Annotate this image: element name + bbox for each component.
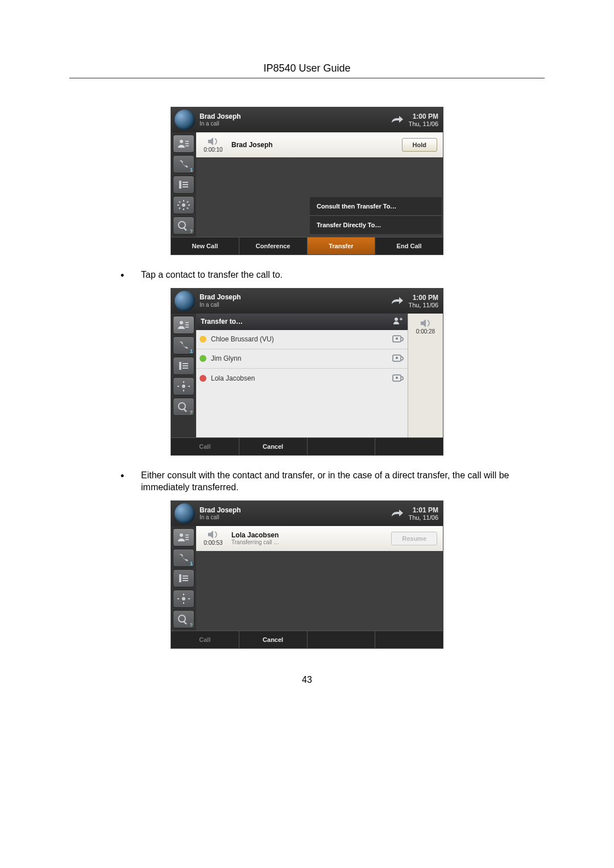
sidebar-help-icon[interactable]: ? [173,398,194,416]
active-call-row[interactable]: 0:00:10 Brad Joseph Hold [196,132,443,157]
speaker-icon [208,531,219,539]
svg-rect-16 [179,207,181,210]
svg-point-8 [182,203,185,207]
transfer-context-menu: Consult then Transfer To… Transfer Direc… [310,197,442,234]
svg-rect-11 [177,205,179,206]
softkey-new-call[interactable]: New Call [171,237,239,254]
contact-item[interactable]: Lola Jacobsen [196,369,408,388]
svg-point-19 [180,321,183,324]
presence-status: In a call [200,302,390,308]
presence-name: Brad Joseph [200,293,390,301]
softkey-conference[interactable]: Conference [239,237,308,254]
sidebar-help-icon[interactable]: ? [173,610,194,628]
voicemail-icon[interactable] [392,334,404,344]
screenshot-transfer-menu: Brad Joseph In a call 1:00 PM Thu, 11/06… [171,107,443,255]
sidebar-voicemail-icon[interactable]: 1 [173,155,194,173]
voicemail-icon[interactable] [392,373,404,383]
call-forward-icon[interactable] [390,295,405,307]
svg-rect-9 [183,200,184,202]
clock: 1:00 PM Thu, 11/06 [408,294,443,308]
sidebar-voicemail-icon[interactable]: 1 [173,336,194,354]
svg-rect-33 [183,408,187,412]
softkey-call[interactable]: Call [171,631,239,648]
contact-item[interactable]: Chloe Brussard (VU) [196,330,408,349]
sidebar-settings-icon[interactable] [173,377,194,395]
softkey-bar: Call Cancel [171,437,443,455]
svg-rect-50 [182,580,188,581]
presence-name: Brad Joseph [200,506,390,514]
svg-rect-7 [182,186,188,187]
speaker-icon [208,137,219,145]
header-rule [69,78,545,78]
sidebar-contacts-icon[interactable] [173,528,194,546]
sidebar: 1 ? [171,314,196,437]
presence-away-icon [200,336,206,343]
presence-name: Brad Joseph [200,112,390,120]
svg-rect-3 [185,145,189,147]
call-forward-icon[interactable] [390,508,405,519]
svg-rect-12 [188,205,190,206]
sidebar-contacts-icon[interactable] [173,135,194,153]
svg-point-27 [182,385,185,388]
sidebar-call-log-icon[interactable] [173,569,194,587]
softkey-cancel[interactable]: Cancel [239,438,308,455]
call-timer: 0:00:53 [196,540,230,546]
clock: 1:01 PM Thu, 11/06 [408,506,443,521]
screenshot-transfer-to-list: Brad Joseph In a call 1:00 PM Thu, 11/06… [171,288,443,456]
voicemail-icon[interactable] [392,353,404,364]
softkey-transfer[interactable]: Transfer [308,237,376,254]
active-call-row[interactable]: 0:00:53 Lola Jacobsen Transferring call … [196,526,443,551]
sidebar: 1 ? [171,132,196,237]
svg-rect-1 [185,141,189,142]
svg-rect-49 [182,578,188,579]
status-bar: Brad Joseph In a call 1:00 PM Thu, 11/06 [171,289,443,314]
svg-rect-13 [179,201,181,203]
instruction-bullet-2: Either consult with the contact and tran… [121,469,541,494]
call-forward-icon[interactable] [390,114,405,126]
sidebar-help-icon[interactable]: ? [173,216,194,235]
softkey-blank [375,438,443,455]
sidebar-voicemail-icon[interactable]: 1 [173,549,194,567]
add-contact-icon[interactable] [393,317,403,327]
softkey-bar: New Call Conference Transfer End Call [171,237,443,254]
menu-transfer-directly[interactable]: Transfer Directly To… [310,215,442,234]
resume-button[interactable]: Resume [391,532,437,545]
call-status-text: Transferring call … [231,539,391,545]
svg-rect-4 [179,181,181,189]
sidebar: 1 ? [171,526,196,631]
svg-rect-46 [185,539,189,540]
softkey-call[interactable]: Call [171,438,239,455]
instruction-bullet-1: Tap a contact to transfer the call to. [121,269,541,281]
sidebar-settings-icon[interactable] [173,196,194,214]
svg-rect-22 [185,327,189,328]
call-peer-name: Brad Joseph [230,141,402,149]
svg-point-34 [395,318,398,321]
sidebar-settings-icon[interactable] [173,590,194,608]
menu-consult-transfer[interactable]: Consult then Transfer To… [310,197,442,215]
svg-point-43 [180,533,183,537]
contact-item[interactable]: Jim Glynn [196,349,408,369]
svg-point-38 [396,337,398,340]
transfer-to-header: Transfer to… [196,314,408,330]
hold-button[interactable]: Hold [402,138,437,152]
svg-point-40 [396,357,398,359]
speaker-icon [420,319,432,327]
softkey-blank [308,438,376,455]
svg-rect-55 [188,598,190,599]
presence-status: In a call [200,514,390,521]
sidebar-call-log-icon[interactable] [173,357,194,375]
page-title: IP8540 User Guide [69,62,545,74]
page-number: 43 [69,675,545,685]
softkey-blank [308,631,376,648]
presence-status: In a call [200,120,390,127]
svg-rect-6 [182,184,188,185]
svg-rect-31 [188,386,190,387]
softkey-end-call[interactable]: End Call [375,237,443,254]
softkey-cancel[interactable]: Cancel [239,631,308,648]
sidebar-call-log-icon[interactable] [173,176,194,194]
presence-available-icon [200,355,206,362]
svg-rect-18 [183,227,187,231]
svg-rect-25 [182,365,188,366]
sidebar-contacts-icon[interactable] [173,316,194,334]
svg-rect-53 [183,602,184,604]
